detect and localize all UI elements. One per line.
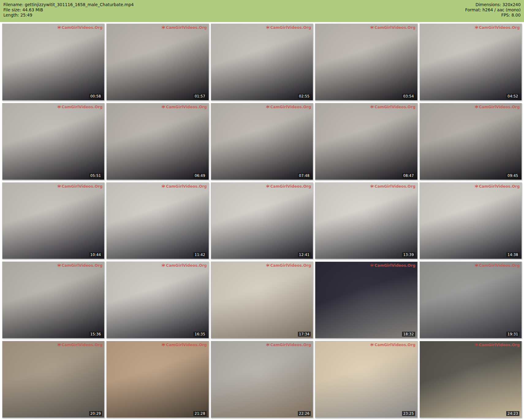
thumbnail-placeholder-image [315, 262, 417, 338]
watermark-text: CamGirlVideos.Org [479, 263, 520, 268]
timestamp-badge: 01:57 [193, 94, 207, 99]
camgirlvideos-logo-icon [370, 25, 374, 29]
watermark-text: CamGirlVideos.Org [374, 263, 415, 268]
timestamp-badge: 13:39 [402, 252, 415, 257]
watermark-text: CamGirlVideos.Org [270, 342, 311, 347]
video-thumbnail: CamGirlVideos.Org 23:25 [315, 341, 417, 418]
watermark-text: CamGirlVideos.Org [270, 25, 311, 30]
camgirlvideos-watermark: CamGirlVideos.Org [474, 25, 520, 30]
thumbnail-placeholder-image [315, 24, 417, 100]
video-thumbnail: CamGirlVideos.Org 05:51 [2, 103, 104, 180]
thumbnail-placeholder-image [2, 341, 104, 418]
watermark-text: CamGirlVideos.Org [374, 25, 415, 30]
thumbnail-placeholder-image [420, 24, 522, 100]
watermark-text: CamGirlVideos.Org [374, 105, 415, 109]
timestamp-badge: 15:36 [89, 332, 102, 337]
thumbnail-grid: CamGirlVideos.Org 00:58 CamGirlVideos.Or… [0, 22, 524, 420]
thumbnail-placeholder-image [420, 341, 522, 418]
camgirlvideos-watermark: CamGirlVideos.Org [266, 25, 311, 30]
camgirlvideos-logo-icon [266, 25, 270, 29]
camgirlvideos-watermark: CamGirlVideos.Org [161, 105, 207, 109]
camgirlvideos-logo-icon [161, 343, 165, 347]
timestamp-badge: 06:49 [193, 173, 207, 178]
watermark-text: CamGirlVideos.Org [479, 342, 520, 347]
thumbnail-placeholder-image [107, 341, 208, 418]
video-thumbnail: CamGirlVideos.Org 18:32 [315, 262, 417, 338]
thumbnail-placeholder-image [2, 103, 104, 180]
camgirlvideos-watermark: CamGirlVideos.Org [370, 105, 415, 109]
video-thumbnail: CamGirlVideos.Org 16:35 [106, 262, 209, 338]
camgirlvideos-logo-icon [266, 343, 270, 347]
camgirlvideos-logo-icon [57, 263, 61, 267]
watermark-text: CamGirlVideos.Org [166, 184, 207, 189]
camgirlvideos-logo-icon [266, 263, 270, 267]
dimensions-text: Dimensions: 320x240 [465, 2, 521, 7]
camgirlvideos-logo-icon [57, 184, 61, 188]
watermark-text: CamGirlVideos.Org [479, 184, 520, 189]
camgirlvideos-watermark: CamGirlVideos.Org [57, 105, 102, 109]
timestamp-badge: 11:42 [193, 252, 207, 257]
watermark-text: CamGirlVideos.Org [166, 342, 207, 347]
video-thumbnail: CamGirlVideos.Org 01:57 [106, 24, 209, 101]
timestamp-badge: 10:44 [89, 252, 102, 257]
watermark-text: CamGirlVideos.Org [62, 105, 102, 109]
camgirlvideos-logo-icon [370, 263, 374, 267]
camgirlvideos-watermark: CamGirlVideos.Org [57, 342, 102, 347]
video-thumbnail: CamGirlVideos.Org 12:41 [211, 182, 313, 259]
video-thumbnail: CamGirlVideos.Org 19:31 [420, 262, 522, 338]
timestamp-badge: 23:25 [402, 411, 415, 416]
camgirlvideos-watermark: CamGirlVideos.Org [57, 184, 102, 189]
video-thumbnail: CamGirlVideos.Org 02:55 [211, 24, 313, 101]
video-thumbnail: CamGirlVideos.Org 20:29 [2, 341, 104, 418]
video-thumbnail: CamGirlVideos.Org 24:23 [420, 341, 522, 418]
info-header: Filename: gettinjizzywitit_301116_1658_m… [0, 0, 524, 22]
camgirlvideos-watermark: CamGirlVideos.Org [266, 184, 311, 189]
timestamp-badge: 08:47 [402, 173, 415, 178]
watermark-text: CamGirlVideos.Org [62, 184, 102, 189]
camgirlvideos-watermark: CamGirlVideos.Org [57, 25, 102, 30]
video-thumbnail: CamGirlVideos.Org 15:36 [2, 262, 104, 338]
camgirlvideos-logo-icon [474, 25, 478, 29]
thumbnail-placeholder-image [211, 341, 313, 418]
timestamp-badge: 03:54 [402, 94, 415, 99]
video-thumbnail: CamGirlVideos.Org 11:42 [106, 182, 209, 259]
watermark-text: CamGirlVideos.Org [270, 184, 311, 189]
thumbnail-placeholder-image [107, 183, 208, 259]
timestamp-badge: 24:23 [506, 411, 519, 416]
timestamp-badge: 18:32 [402, 332, 415, 337]
timestamp-badge: 02:55 [298, 94, 311, 99]
timestamp-badge: 12:41 [298, 252, 311, 257]
camgirlvideos-watermark: CamGirlVideos.Org [474, 263, 520, 268]
video-thumbnail: CamGirlVideos.Org 10:44 [2, 182, 104, 259]
camgirlvideos-logo-icon [266, 184, 270, 188]
camgirlvideos-logo-icon [161, 105, 165, 109]
thumbnail-placeholder-image [211, 103, 313, 180]
camgirlvideos-logo-icon [474, 184, 478, 188]
video-thumbnail: CamGirlVideos.Org 22:26 [211, 341, 313, 418]
watermark-text: CamGirlVideos.Org [62, 25, 102, 30]
camgirlvideos-watermark: CamGirlVideos.Org [161, 25, 207, 30]
camgirlvideos-logo-icon [161, 184, 165, 188]
camgirlvideos-logo-icon [474, 105, 478, 109]
timestamp-badge: 04:52 [506, 94, 519, 99]
watermark-text: CamGirlVideos.Org [374, 342, 415, 347]
thumbnail-placeholder-image [107, 103, 208, 180]
watermark-text: CamGirlVideos.Org [166, 25, 207, 30]
length-text: Length: 25:49 [3, 13, 134, 18]
video-thumbnail: CamGirlVideos.Org 03:54 [315, 24, 417, 101]
thumbnail-placeholder-image [2, 24, 104, 100]
camgirlvideos-logo-icon [370, 105, 374, 109]
timestamp-badge: 19:31 [506, 332, 519, 337]
timestamp-badge: 20:29 [89, 411, 102, 416]
camgirlvideos-logo-icon [474, 343, 478, 347]
camgirlvideos-watermark: CamGirlVideos.Org [266, 342, 311, 347]
camgirlvideos-watermark: CamGirlVideos.Org [370, 25, 415, 30]
camgirlvideos-watermark: CamGirlVideos.Org [370, 184, 415, 189]
camgirlvideos-logo-icon [474, 263, 478, 267]
watermark-text: CamGirlVideos.Org [270, 263, 311, 268]
timestamp-badge: 22:26 [298, 411, 311, 416]
video-thumbnail: CamGirlVideos.Org 00:58 [2, 24, 104, 101]
watermark-text: CamGirlVideos.Org [479, 25, 520, 30]
camgirlvideos-watermark: CamGirlVideos.Org [161, 342, 207, 347]
timestamp-badge: 09:45 [506, 173, 519, 178]
